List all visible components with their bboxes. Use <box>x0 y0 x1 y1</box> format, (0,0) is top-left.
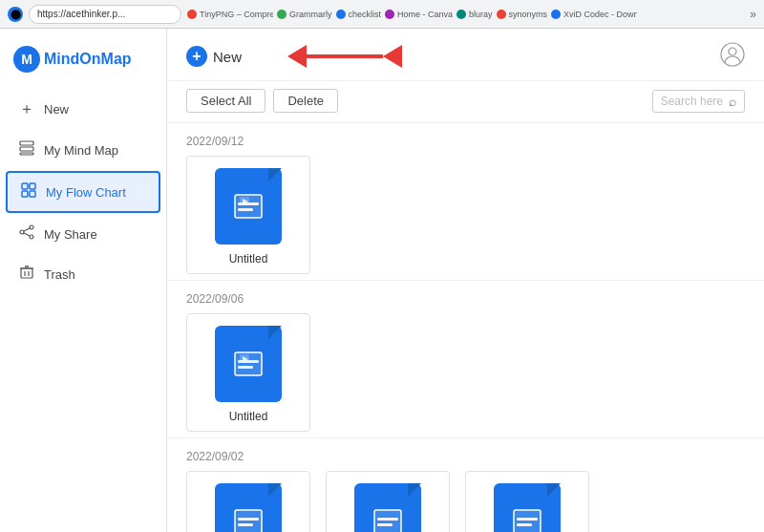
url-text: https://acethinker.p... <box>37 9 125 19</box>
browser-chrome: ⬤ https://acethinker.p... TinyPNG – Comp… <box>0 0 764 29</box>
files-grid-3 <box>186 471 745 532</box>
sidebar-item-trash-label: Trash <box>44 267 75 282</box>
svg-rect-3 <box>22 183 28 189</box>
files-grid-2: Untitled <box>186 313 745 432</box>
app-container: M MindOnMap ＋ New My Mind Map <box>0 29 764 532</box>
svg-rect-21 <box>238 208 253 211</box>
tab-synonyms[interactable]: synonyms <box>497 10 548 19</box>
file-card[interactable]: Untitled <box>186 313 310 432</box>
logo-icon: M <box>13 46 40 73</box>
svg-rect-33 <box>377 518 398 521</box>
file-icon <box>494 483 561 532</box>
search-placeholder: Search here <box>661 95 723 108</box>
svg-rect-6 <box>30 191 35 197</box>
tab-checklist[interactable]: checklist <box>336 10 382 19</box>
svg-rect-1 <box>20 147 33 151</box>
svg-rect-31 <box>238 523 253 526</box>
select-all-button[interactable]: Select All <box>186 89 265 113</box>
browser-more-tabs[interactable]: » <box>750 8 756 21</box>
tab-bluray[interactable]: bluray <box>456 10 493 19</box>
section-20220906: 2022/09/06 Untitled <box>167 283 764 436</box>
svg-rect-4 <box>30 183 35 189</box>
svg-rect-34 <box>377 523 393 526</box>
new-button[interactable]: + New <box>186 46 242 67</box>
sidebar-item-mindmap-label: My Mind Map <box>44 143 118 158</box>
logo-text: MindOnMap <box>44 51 132 68</box>
divider <box>167 122 764 123</box>
divider-2 <box>167 280 764 281</box>
svg-rect-30 <box>238 518 259 521</box>
arrow-indicator <box>287 45 402 68</box>
file-card[interactable]: Untitled <box>186 156 310 274</box>
svg-point-9 <box>30 235 33 239</box>
svg-rect-35 <box>514 510 541 532</box>
file-card[interactable] <box>186 471 310 532</box>
toolbar: Select All Delete Search here ⌕ <box>167 81 764 120</box>
tab-grammarly[interactable]: Grammarly <box>277 10 332 19</box>
browser-tabs: TinyPNG – Compre... Grammarly checklist … <box>187 10 744 19</box>
search-icon: ⌕ <box>729 94 736 109</box>
flowchart-icon <box>21 182 36 202</box>
tab-xvid[interactable]: XviD Codec - Down... <box>551 10 637 19</box>
svg-rect-37 <box>517 523 532 526</box>
browser-favicon: ⬤ <box>8 7 23 22</box>
svg-rect-26 <box>238 366 253 369</box>
file-name: Untitled <box>229 252 268 266</box>
sidebar-item-flowchart-label: My Flow Chart <box>46 185 126 200</box>
section-date-1: 2022/09/12 <box>186 131 745 148</box>
new-plus-icon: + <box>186 46 207 67</box>
file-icon <box>215 483 282 532</box>
trash-icon <box>19 265 34 284</box>
section-20220902: 2022/09/02 <box>167 440 764 532</box>
tab-tinypng[interactable]: TinyPNG – Compre... <box>187 10 273 19</box>
files-grid-1: Untitled <box>186 156 745 274</box>
user-avatar[interactable] <box>720 42 745 71</box>
svg-line-11 <box>24 233 30 236</box>
sidebar: M MindOnMap ＋ New My Mind Map <box>0 29 167 532</box>
svg-rect-5 <box>22 191 28 197</box>
section-20220912: 2022/09/12 Untitled <box>167 125 764 278</box>
svg-rect-0 <box>20 141 33 145</box>
main-header: + New <box>167 29 764 81</box>
file-icon <box>215 326 282 402</box>
file-name: Untitled <box>229 410 268 423</box>
tab-canva[interactable]: Home - Canva <box>385 10 453 19</box>
mindmap-icon <box>19 140 34 160</box>
svg-rect-2 <box>20 153 33 155</box>
plus-icon: ＋ <box>19 99 34 119</box>
arrow-line <box>307 54 383 58</box>
svg-point-18 <box>729 48 736 55</box>
svg-rect-32 <box>374 510 401 532</box>
new-label: New <box>213 49 242 65</box>
sidebar-item-trash[interactable]: Trash <box>6 255 160 293</box>
browser-url-bar[interactable]: https://acethinker.p... <box>29 5 181 24</box>
section-date-2: 2022/09/06 <box>186 288 745 306</box>
sidebar-item-new[interactable]: ＋ New <box>6 90 160 129</box>
delete-button[interactable]: Delete <box>273 89 338 113</box>
sidebar-item-share-label: My Share <box>44 227 97 242</box>
svg-point-7 <box>30 225 33 229</box>
file-card[interactable] <box>465 471 589 532</box>
sidebar-item-new-label: New <box>44 102 69 117</box>
svg-rect-36 <box>517 518 538 521</box>
svg-line-10 <box>24 228 30 231</box>
search-box[interactable]: Search here ⌕ <box>652 90 745 113</box>
svg-rect-29 <box>235 510 262 532</box>
file-icon <box>354 483 421 532</box>
svg-rect-12 <box>21 268 32 278</box>
arrow-head <box>383 45 402 68</box>
sidebar-item-flowchart[interactable]: My Flow Chart <box>6 171 160 213</box>
toolbar-left: Select All Delete <box>186 89 338 113</box>
section-date-3: 2022/09/02 <box>186 446 745 463</box>
file-icon <box>215 168 282 245</box>
main-content: + New Select All <box>167 29 764 532</box>
divider-3 <box>167 437 764 438</box>
sidebar-item-mindmap[interactable]: My Mind Map <box>6 131 160 169</box>
sidebar-item-share[interactable]: My Share <box>6 215 160 253</box>
file-card[interactable] <box>326 471 450 532</box>
logo: M MindOnMap <box>0 38 166 88</box>
svg-point-8 <box>20 230 24 234</box>
share-icon <box>19 224 34 244</box>
